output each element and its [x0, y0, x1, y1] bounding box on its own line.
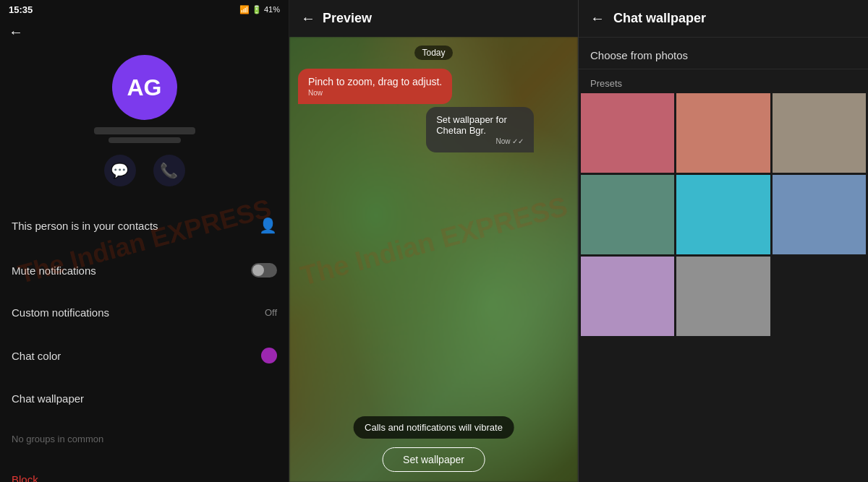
chat-wallpaper-label: Chat wallpaper: [12, 392, 84, 405]
preset-teal[interactable]: [581, 175, 674, 254]
contact-info-panel: 15:35 📶 🔋 41% ← AG 💬 📞 This person is in…: [0, 0, 289, 482]
preset-salmon[interactable]: [676, 93, 770, 173]
bubble-left-text: Pinch to zoom, drag to adjust.: [308, 76, 442, 87]
mute-notifications-item[interactable]: Mute notifications: [0, 253, 289, 288]
chat-color-dot: [261, 348, 277, 363]
profile-number: [109, 137, 181, 143]
choose-photos-item[interactable]: Choose from photos: [579, 38, 868, 69]
back-arrow-icon[interactable]: ←: [9, 24, 23, 40]
chat-bubble-right: Set wallpaper for Chetan Bgr. Now ✓✓: [426, 107, 533, 152]
bubble-left-time: Now: [308, 89, 442, 97]
contact-icon: 👤: [259, 217, 277, 234]
profile-section: AG 💬 📞: [0, 48, 289, 198]
preset-purple[interactable]: [581, 257, 674, 336]
chat-color-item[interactable]: Chat color: [0, 337, 289, 374]
block-label: Block: [0, 463, 289, 482]
bubble-right-time: Now ✓✓: [436, 137, 523, 145]
chat-date-badge: Today: [414, 46, 452, 60]
presets-label: Presets: [579, 69, 868, 93]
status-bar: 15:35 📶 🔋 41%: [0, 0, 289, 20]
chat-color-label: Chat color: [12, 350, 61, 362]
preset-cyan[interactable]: [676, 175, 770, 254]
preset-tan[interactable]: [773, 93, 866, 173]
profile-actions: 💬 📞: [104, 155, 185, 186]
block-item[interactable]: Block: [0, 463, 289, 482]
status-icons: 📶 🔋 41%: [239, 5, 280, 14]
contacts-label: This person is in your contacts: [12, 220, 158, 232]
set-wallpaper-button[interactable]: Set wallpaper: [382, 447, 485, 472]
custom-notifications-value: Off: [265, 307, 277, 318]
preset-pink[interactable]: [581, 93, 674, 173]
preview-background: Today Pinch to zoom, drag to adjust. Now…: [289, 37, 578, 482]
wallpaper-back-icon[interactable]: ←: [590, 10, 605, 27]
avatar: AG: [112, 55, 177, 120]
wallpaper-title: Chat wallpaper: [613, 11, 706, 26]
call-icon: 📞: [160, 162, 178, 179]
status-time: 15:35: [9, 4, 33, 15]
toggle-switch[interactable]: [251, 263, 277, 277]
preview-back-icon[interactable]: ←: [301, 10, 315, 27]
profile-name: [94, 127, 195, 134]
custom-notifications-label: Custom notifications: [12, 306, 109, 319]
contacts-item: This person is in your contacts 👤: [0, 207, 289, 244]
wallpaper-header: ← Chat wallpaper: [579, 0, 868, 38]
preset-gray[interactable]: [676, 257, 770, 336]
preview-header: ← Preview: [289, 0, 578, 37]
presets-grid: [579, 93, 868, 336]
mute-label: Mute notifications: [12, 264, 96, 277]
preview-panel: ← Preview Today Pinch to zoom, drag to a…: [289, 0, 579, 482]
chat-bubble-left: Pinch to zoom, drag to adjust. Now: [298, 69, 452, 104]
panel1-header: ←: [0, 20, 289, 48]
chat-wallpaper-item[interactable]: Chat wallpaper: [0, 382, 289, 415]
chat-wallpaper-panel: ← Chat wallpaper Choose from photos Pres…: [579, 0, 868, 482]
custom-notifications-item[interactable]: Custom notifications Off: [0, 296, 289, 329]
chat-bubble-right-wrapper: Set wallpaper for Chetan Bgr. Now ✓✓: [426, 107, 569, 155]
preset-blue[interactable]: [773, 175, 866, 254]
call-button[interactable]: 📞: [153, 155, 185, 186]
double-tick-icon: ✓✓: [512, 137, 524, 145]
chat-icon: 💬: [111, 162, 129, 179]
bubble-right-text: Set wallpaper for Chetan Bgr.: [436, 114, 523, 136]
mute-toggle: [251, 263, 277, 277]
no-groups-label: No groups in common: [0, 423, 289, 455]
preview-title: Preview: [323, 11, 372, 26]
chat-button[interactable]: 💬: [104, 155, 136, 186]
chat-overlay: Today Pinch to zoom, drag to adjust. Now…: [289, 37, 578, 482]
vibrate-notice: Calls and notifications will vibrate: [353, 416, 514, 439]
